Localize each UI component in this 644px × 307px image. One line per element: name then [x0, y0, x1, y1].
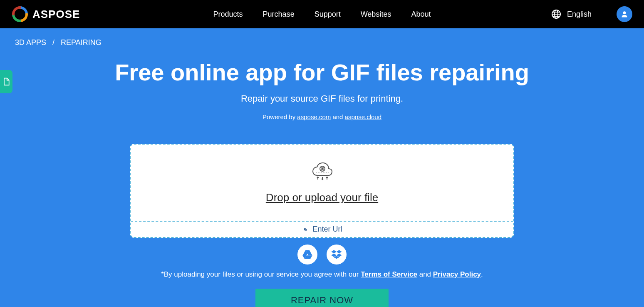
powered-by: Powered by aspose.com and aspose.cloud: [0, 113, 644, 120]
nav-about[interactable]: About: [411, 10, 431, 19]
google-drive-icon: [302, 249, 313, 260]
powered-link-aspose-cloud[interactable]: aspose.cloud: [345, 113, 381, 120]
file-icon: [2, 77, 10, 87]
breadcrumb: 3D APPS / REPAIRING: [0, 28, 644, 47]
upload-box: Drop or upload your file Enter Url: [130, 144, 514, 238]
dropbox-icon: [331, 249, 342, 260]
language-label: English: [567, 10, 592, 19]
cloud-upload-icon: [309, 157, 335, 184]
nav-products[interactable]: Products: [213, 10, 243, 19]
nav-support[interactable]: Support: [315, 10, 341, 19]
breadcrumb-current: REPAIRING: [61, 38, 102, 47]
link-icon: [302, 226, 309, 233]
dropzone-text: Drop or upload your file: [139, 191, 505, 204]
terms-and: and: [417, 270, 433, 278]
page-title: Free online app for GIF files repairing: [0, 59, 644, 86]
header: ASPOSE Products Purchase Support Website…: [0, 0, 644, 28]
nav-websites[interactable]: Websites: [361, 10, 391, 19]
logo-text: ASPOSE: [32, 8, 80, 21]
cloud-providers: [0, 245, 644, 265]
side-tab[interactable]: [0, 70, 12, 93]
repair-now-button[interactable]: REPAIR NOW: [255, 289, 389, 307]
dropbox-button[interactable]: [327, 245, 347, 265]
svg-point-6: [623, 11, 626, 14]
main-nav: Products Purchase Support Websites About: [213, 10, 431, 19]
user-avatar[interactable]: [617, 6, 632, 22]
privacy-policy-link[interactable]: Privacy Policy: [433, 270, 481, 278]
terms-of-service-link[interactable]: Terms of Service: [361, 270, 417, 278]
terms-suffix: .: [481, 270, 483, 278]
enter-url-label: Enter Url: [312, 225, 342, 234]
terms-text: *By uploading your files or using our se…: [0, 270, 644, 279]
header-right: English: [551, 6, 632, 22]
language-selector[interactable]: English: [551, 9, 592, 19]
powered-and: and: [331, 113, 344, 120]
enter-url-row[interactable]: Enter Url: [131, 221, 513, 237]
globe-icon: [551, 9, 561, 19]
aspose-logo-icon: [12, 6, 28, 22]
powered-prefix: Powered by: [263, 113, 297, 120]
google-drive-button[interactable]: [297, 245, 317, 265]
logo[interactable]: ASPOSE: [12, 6, 80, 22]
dropzone[interactable]: Drop or upload your file: [131, 145, 513, 221]
terms-prefix: *By uploading your files or using our se…: [161, 270, 361, 278]
breadcrumb-separator: /: [52, 38, 54, 47]
nav-purchase[interactable]: Purchase: [263, 10, 295, 19]
powered-link-aspose-com[interactable]: aspose.com: [297, 113, 331, 120]
user-icon: [620, 10, 629, 18]
hero: Free online app for GIF files repairing …: [0, 47, 644, 120]
page-subtitle: Repair your source GIF files for printin…: [0, 93, 644, 104]
breadcrumb-root[interactable]: 3D APPS: [15, 38, 46, 47]
